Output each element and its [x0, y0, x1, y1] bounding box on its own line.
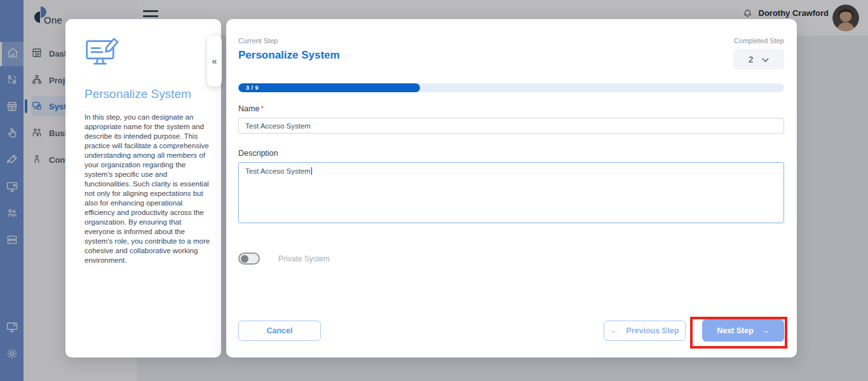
private-system-toggle[interactable] — [238, 253, 260, 265]
text-cursor — [311, 167, 312, 175]
wizard-form-panel: Current Step Personalize System Complete… — [226, 19, 797, 357]
wizard-step-title: Personalize System — [85, 87, 210, 101]
private-system-label: Private System — [278, 254, 330, 263]
completed-step-value: 2 — [749, 55, 753, 64]
description-text: Test Acceso System — [245, 167, 311, 175]
name-input[interactable] — [238, 118, 784, 134]
completed-step-label: Completed Step — [733, 37, 784, 45]
required-asterisk: * — [261, 104, 264, 113]
wizard-step-description: In this step, you can designate an appro… — [85, 113, 210, 265]
step-progress-label: 3 / 9 — [238, 85, 259, 91]
monitor-pencil-icon — [85, 35, 210, 71]
collapse-panel-button[interactable]: « — [207, 36, 222, 87]
description-field-label: Description — [238, 149, 784, 158]
previous-step-button[interactable]: ← Previous Step — [604, 321, 686, 341]
cancel-button[interactable]: Cancel — [238, 321, 321, 341]
current-step-label: Current Step — [238, 37, 340, 45]
completed-step-block: Completed Step 2 — [733, 37, 784, 69]
next-step-button[interactable]: Next Step → — [702, 319, 784, 342]
chevron-down-icon — [762, 55, 769, 64]
arrow-right-icon: → — [761, 326, 770, 335]
step-progress-fill: 3 / 9 — [238, 83, 420, 92]
double-chevron-left-icon: « — [212, 56, 217, 66]
current-step-block: Current Step Personalize System — [238, 37, 340, 69]
description-textarea[interactable]: Test Acceso System — [238, 162, 784, 223]
name-field-label: Name* — [238, 104, 784, 113]
toggle-knob — [241, 255, 248, 263]
current-step-title: Personalize System — [238, 49, 340, 62]
wizard-info-panel: Personalize System In this step, you can… — [65, 19, 221, 357]
arrow-left-icon: ← — [610, 326, 618, 335]
step-progress-bar: 3 / 9 — [238, 83, 784, 92]
completed-step-select[interactable]: 2 — [733, 49, 784, 69]
